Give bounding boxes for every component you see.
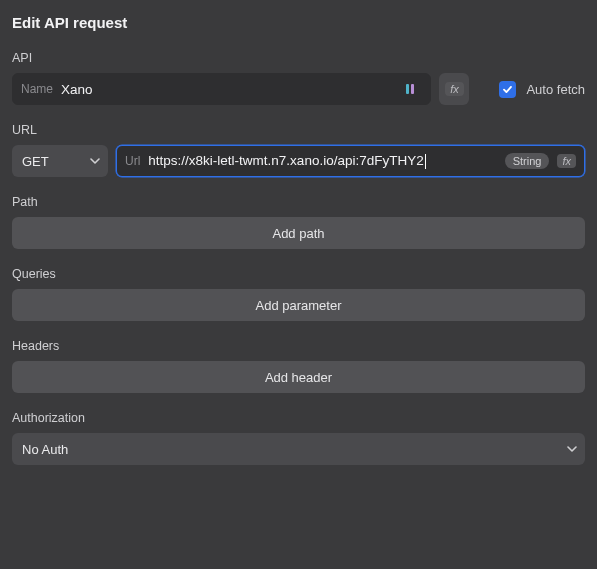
binding-icon[interactable] (400, 78, 422, 100)
url-prefix: Url (125, 154, 140, 168)
fx-button-api[interactable]: fx (439, 73, 469, 105)
http-method-value: GET (22, 154, 49, 169)
check-icon (502, 84, 513, 95)
api-row: Name Xano fx Auto fetch (12, 73, 585, 105)
auto-fetch-label: Auto fetch (526, 82, 585, 97)
chevron-down-icon (567, 444, 577, 454)
edit-api-request-panel: Edit API request API Name Xano fx Auto f… (0, 0, 597, 485)
section-label-queries: Queries (12, 267, 585, 281)
api-name-prefix: Name (21, 82, 53, 96)
url-type-chip: String (505, 153, 550, 169)
url-value: https://x8ki-letl-twmt.n7.xano.io/api:7d… (148, 153, 496, 169)
authorization-value: No Auth (22, 442, 68, 457)
authorization-select[interactable]: No Auth (12, 433, 585, 465)
chevron-down-icon (90, 156, 100, 166)
section-label-path: Path (12, 195, 585, 209)
svg-rect-1 (411, 84, 414, 94)
section-label-api: API (12, 51, 585, 65)
section-label-url: URL (12, 123, 585, 137)
section-label-authorization: Authorization (12, 411, 585, 425)
section-label-headers: Headers (12, 339, 585, 353)
fx-icon: fx (445, 82, 464, 96)
url-field[interactable]: Url https://x8ki-letl-twmt.n7.xano.io/ap… (116, 145, 585, 177)
url-row: GET Url https://x8ki-letl-twmt.n7.xano.i… (12, 145, 585, 177)
api-name-field[interactable]: Name Xano (12, 73, 431, 105)
fx-button-url[interactable]: fx (557, 154, 576, 168)
svg-rect-0 (406, 84, 409, 94)
text-caret (425, 154, 426, 169)
add-header-button[interactable]: Add header (12, 361, 585, 393)
auto-fetch-checkbox[interactable] (499, 81, 516, 98)
panel-title: Edit API request (12, 12, 585, 45)
add-parameter-button[interactable]: Add parameter (12, 289, 585, 321)
add-path-button[interactable]: Add path (12, 217, 585, 249)
http-method-select[interactable]: GET (12, 145, 108, 177)
api-name-value: Xano (61, 82, 392, 97)
